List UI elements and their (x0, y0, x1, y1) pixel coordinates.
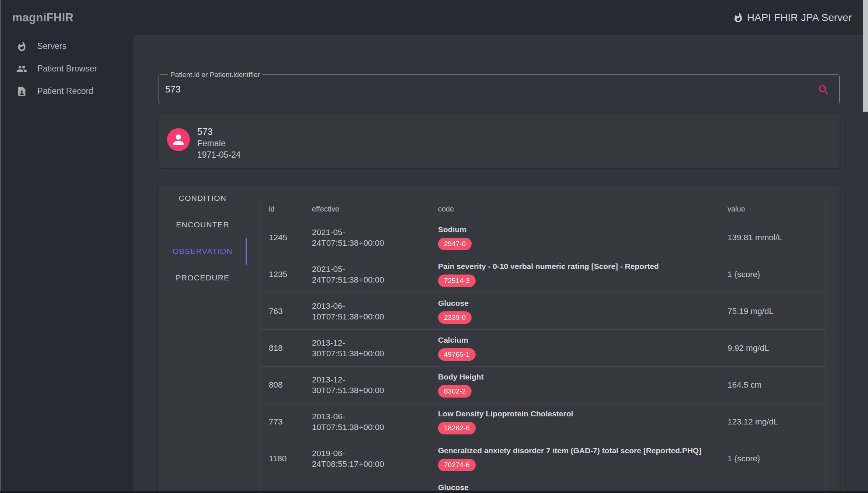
cell-value: 139.81 mmol/L (728, 219, 826, 256)
code-chip: 72514-3 (438, 275, 476, 287)
sidebar-item-patient-record[interactable]: Patient Record (0, 80, 133, 102)
code-display: Low Density Lipoprotein Cholesterol (438, 409, 728, 418)
table-row: 1235 2021-05-24T07:51:38+00:00 Pain seve… (260, 256, 826, 293)
observation-table: id effective code value 1245 2021-05-24T… (260, 199, 825, 493)
cell-value: 123.12 mg/dL (728, 403, 826, 440)
cell-value: 75.19 mg/dL (728, 293, 826, 330)
cell-value: 9.92 mg/dL (728, 330, 826, 367)
code-chip: 2339-0 (438, 311, 472, 324)
cell-id: 773 (260, 403, 312, 440)
code-chip: 2947-0 (438, 238, 472, 250)
patient-gender: Female (197, 138, 226, 149)
vertical-scrollbar-thumb[interactable] (863, 0, 868, 112)
patient-id: 573 (197, 126, 213, 137)
server-name: HAPI FHIR JPA Server (747, 12, 852, 24)
flame-icon (16, 41, 27, 52)
cell-code: Body Height 8302-2 (438, 367, 728, 403)
patient-record-icon (16, 86, 27, 97)
cell-value: 1 {score} (728, 256, 826, 293)
patient-search-field: Patient.id or Patient.identifier (159, 74, 840, 104)
cell-code: Generalized anxiety disorder 7 item (GAD… (438, 440, 728, 477)
sidebar-item-label: Patient Browser (37, 64, 97, 74)
sidebar-item-label: Servers (37, 41, 66, 51)
cell-code: Calcium 49765-1 (438, 330, 728, 367)
top-app-bar: magniFHIR HAPI FHIR JPA Server (0, 0, 868, 35)
cell-code: Pain severity - 0-10 verbal numeric rati… (438, 256, 728, 293)
code-display: Calcium (438, 336, 728, 345)
window-bottom-edge (0, 491, 868, 493)
cell-id: 763 (260, 293, 312, 330)
code-chip: 49765-1 (438, 348, 476, 361)
window-left-edge (0, 0, 1, 493)
table-row: 1245 2021-05-24T07:51:38+00:00 Sodium 29… (260, 219, 826, 256)
app-title: magniFHIR (12, 0, 73, 35)
observation-table-body: 1245 2021-05-24T07:51:38+00:00 Sodium 29… (260, 219, 826, 493)
cell-id: 1235 (260, 256, 312, 293)
code-display: Sodium (438, 225, 728, 234)
cell-effective: 2013-12-30T07:51:38+00:00 (312, 330, 438, 367)
sidebar-item-servers[interactable]: Servers (0, 35, 133, 57)
code-chip: 18262-6 (438, 422, 476, 434)
code-chip: 8302-2 (438, 385, 472, 398)
search-icon[interactable] (817, 84, 830, 96)
table-row: 773 2013-06-10T07:51:38+00:00 Low Densit… (260, 403, 826, 440)
resource-tabs: CONDITION ENCOUNTER OBSERVATION PROCEDUR… (159, 185, 247, 493)
cell-id: 808 (260, 367, 312, 403)
person-icon (171, 132, 186, 147)
cell-effective: 2013-06-10T07:51:38+00:00 (312, 293, 438, 330)
server-indicator: HAPI FHIR JPA Server (733, 0, 852, 35)
tab-condition[interactable]: CONDITION (159, 185, 247, 211)
code-display: Pain severity - 0-10 verbal numeric rati… (438, 262, 728, 271)
main-content: Patient.id or Patient.identifier 573 Fem… (133, 35, 868, 493)
code-chip: 70274-6 (438, 459, 476, 471)
cell-id: 818 (260, 330, 312, 367)
code-display: Glucose (438, 299, 728, 308)
cell-effective: 2021-05-24T07:51:38+00:00 (312, 219, 438, 256)
sidebar-item-label: Patient Record (37, 86, 93, 96)
code-display: Body Height (438, 373, 728, 381)
code-display: Generalized anxiety disorder 7 item (GAD… (438, 446, 728, 455)
table-header-row: id effective code value (260, 199, 826, 219)
active-tab-indicator (246, 238, 247, 265)
table-row: 763 2013-06-10T07:51:38+00:00 Glucose 23… (260, 293, 826, 330)
tab-procedure[interactable]: PROCEDURE (159, 265, 247, 291)
resource-card: CONDITION ENCOUNTER OBSERVATION PROCEDUR… (159, 185, 840, 493)
cell-id: 1245 (260, 219, 312, 256)
patient-birth-date: 1971-05-24 (197, 149, 241, 160)
cell-effective: 2021-05-24T07:51:38+00:00 (312, 256, 438, 293)
cell-effective: 2013-06-10T07:51:38+00:00 (312, 403, 438, 440)
code-display: Glucose (438, 483, 728, 492)
cell-effective: 2013-12-30T07:51:38+00:00 (312, 367, 438, 403)
cell-value: 1 {score} (728, 440, 826, 477)
menu-toggle-button[interactable] (145, 10, 161, 26)
column-header-effective: effective (312, 199, 438, 219)
patient-search-input[interactable] (165, 75, 807, 104)
sidebar-nav: Servers Patient Browser Patient Record (0, 35, 133, 493)
column-header-code: code (438, 199, 728, 219)
cell-code: Sodium 2947-0 (438, 219, 728, 256)
avatar (167, 128, 190, 151)
table-row: 1180 2019-06-24T08:55:17+00:00 Generaliz… (260, 440, 826, 477)
sidebar-item-patient-browser[interactable]: Patient Browser (0, 57, 133, 80)
table-row: 818 2013-12-30T07:51:38+00:00 Calcium 49… (260, 330, 826, 367)
patient-summary-card: 573 Female 1971-05-24 (159, 113, 840, 168)
cell-code: Low Density Lipoprotein Cholesterol 1826… (438, 403, 728, 440)
column-header-value: value (728, 199, 826, 219)
tab-observation[interactable]: OBSERVATION (159, 238, 247, 265)
cell-value: 164.5 cm (728, 367, 826, 403)
tab-encounter[interactable]: ENCOUNTER (159, 211, 247, 238)
people-icon (16, 63, 27, 74)
column-header-id: id (260, 199, 312, 219)
cell-effective: 2019-06-24T08:55:17+00:00 (312, 440, 438, 477)
cell-id: 1180 (260, 440, 312, 477)
flame-icon (733, 12, 744, 23)
table-row: 808 2013-12-30T07:51:38+00:00 Body Heigh… (260, 367, 826, 403)
cell-code: Glucose 2339-0 (438, 293, 728, 330)
